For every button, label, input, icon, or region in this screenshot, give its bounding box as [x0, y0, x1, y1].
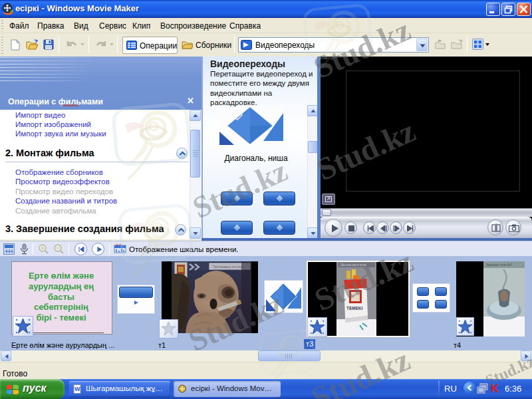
- svg-text:K: K: [491, 382, 499, 394]
- svg-text:Ақша көп түтін бе?: Ақша көп түтін бе?: [486, 263, 513, 267]
- svg-text:▲▲: ▲▲: [116, 243, 122, 246]
- svg-text:Шылым әкелі өлім: Шылым әкелі өлім: [340, 263, 366, 267]
- svg-text:W: W: [74, 386, 80, 392]
- svg-text:TEMEKI: TEMEKI: [346, 306, 363, 311]
